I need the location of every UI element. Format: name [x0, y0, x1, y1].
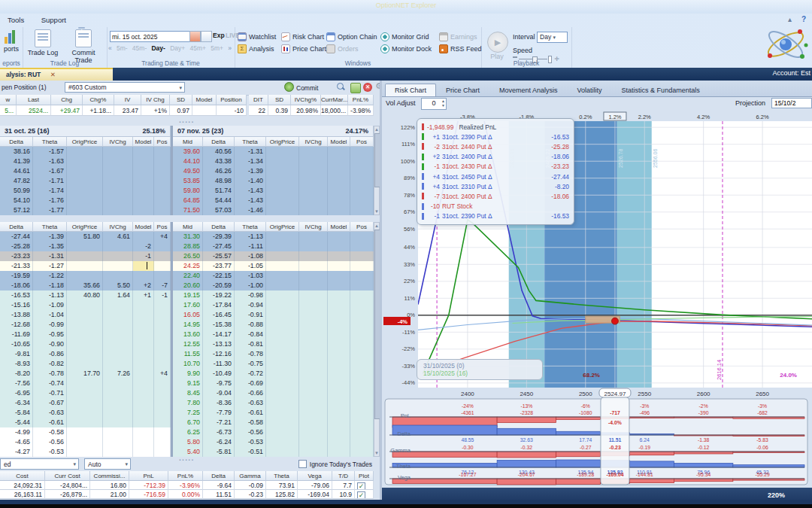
- step-5m-plus[interactable]: 5m+: [211, 44, 223, 52]
- scroll-up-icon[interactable]: ▲: [374, 126, 379, 132]
- totals-header-cost[interactable]: Cost: [0, 471, 45, 481]
- step-back-fast-icon[interactable]: «: [108, 44, 112, 52]
- chain-row[interactable]: -4.27-0.535.40-5.81-0.51: [0, 447, 374, 457]
- strategy-dropdown[interactable]: #603 Custom▾: [65, 82, 185, 93]
- trade-filter-dropdown[interactable]: ed▾: [0, 458, 79, 470]
- window-item-analysis[interactable]: ΣAnalysis: [238, 43, 281, 54]
- export-icon[interactable]: [350, 83, 361, 93]
- col-header-ivchg[interactable]: IVChg: [103, 222, 133, 232]
- col-header-pos[interactable]: Pos: [350, 222, 374, 232]
- chain-row[interactable]: 44.61-1.6749.5046.26-1.39: [0, 166, 374, 176]
- totals-header-curr-cost[interactable]: Curr Cost: [45, 471, 90, 481]
- vol-adjust-spinner[interactable]: 0▲▼: [421, 98, 447, 110]
- trading-date-input[interactable]: [110, 31, 192, 42]
- step-forward-fast-icon[interactable]: »: [228, 44, 232, 52]
- chain-row[interactable]: -5.44-0.616.70-7.21-0.58: [0, 418, 374, 427]
- scroll-up-icon[interactable]: ▲: [374, 223, 379, 229]
- step-day-minus[interactable]: Day-: [151, 44, 165, 52]
- close-tab-icon[interactable]: ✕: [50, 71, 56, 78]
- chain-row[interactable]: -11.69-0.9513.60-14.17-0.84: [0, 330, 374, 339]
- col-header-mid[interactable]: Mid: [173, 222, 203, 232]
- chain-row[interactable]: -21.33-1.2724.25-23.77-1.05: [0, 261, 374, 271]
- tab-price-chart[interactable]: Price Chart: [436, 84, 489, 96]
- menu-tools[interactable]: Tools: [0, 14, 32, 26]
- play-button[interactable]: ▶: [487, 32, 508, 53]
- chain-row[interactable]: 54.10-1.7664.8554.44-1.43: [0, 196, 374, 205]
- col-header-model[interactable]: Model: [133, 137, 154, 147]
- col-header-pos[interactable]: Pos: [154, 137, 171, 147]
- chain-row[interactable]: -9.81-0.8611.55-12.16-0.78: [0, 349, 374, 359]
- chain-row[interactable]: -6.95-0.718.45-9.04-0.66: [0, 388, 374, 398]
- spinner-icons[interactable]: ▲▼: [441, 99, 445, 108]
- close-position-icon[interactable]: ✕: [363, 83, 372, 92]
- expiry-group-07-nov-25-23[interactable]: 07 nov. 25 (23)24.17%: [173, 126, 374, 137]
- window-item-option-chain[interactable]: Option Chain: [326, 31, 380, 42]
- step-day-plus[interactable]: Day+: [170, 44, 185, 52]
- exp-label[interactable]: Exp: [213, 32, 225, 39]
- tab-movement-analysis[interactable]: Movement Analysis: [489, 84, 568, 96]
- col-header-pos[interactable]: Pos: [350, 137, 374, 147]
- chain-row[interactable]: -6.34-0.677.80-8.36-0.63: [0, 398, 374, 408]
- scroll-down-icon[interactable]: ▼: [374, 450, 379, 456]
- chain-row[interactable]: -7.56-0.749.15-9.75-0.69: [0, 379, 374, 388]
- chain-row[interactable]: -5.84-0.637.25-7.79-0.61: [0, 408, 374, 418]
- totals-header-gamma[interactable]: Gamma: [235, 471, 266, 481]
- reports-icon[interactable]: [5, 29, 18, 44]
- commit-button[interactable]: Commit: [284, 82, 318, 93]
- scrollbar-vertical[interactable]: ▲▼: [374, 126, 380, 215]
- col-header-theta[interactable]: Theta: [33, 137, 67, 147]
- col-header-delta[interactable]: Delta: [0, 137, 33, 147]
- tab-volatility[interactable]: Volatility: [568, 84, 612, 96]
- col-header-ivchg[interactable]: IVChg: [299, 137, 328, 147]
- chain-row[interactable]: -27.44-1.3951.804.61+431.30-29.39-1.13: [0, 232, 374, 242]
- interval-dropdown[interactable]: Day ▾: [537, 32, 568, 43]
- col-header-origprice[interactable]: OrigPrice: [266, 137, 299, 147]
- totals-header-delta[interactable]: Delta: [203, 471, 235, 481]
- step-45m-minus[interactable]: 45m-: [132, 44, 147, 52]
- col-header-theta[interactable]: Theta: [235, 137, 266, 147]
- chain-row[interactable]: -4.99-0.586.25-6.73-0.56: [0, 427, 374, 437]
- totals-header-theta[interactable]: Theta: [266, 471, 298, 481]
- col-header-origprice[interactable]: OrigPrice: [266, 222, 299, 232]
- col-header-theta[interactable]: Theta: [235, 222, 266, 232]
- expiry-group-31-oct-25-16[interactable]: 31 oct. 25 (16)25.18%: [0, 126, 171, 137]
- step-45m-plus[interactable]: 45m+: [189, 44, 206, 52]
- menu-support[interactable]: Support: [34, 14, 74, 26]
- auto-dropdown[interactable]: Auto▾: [84, 458, 131, 470]
- chain-row[interactable]: 41.39-1.6344.1043.38-1.34: [0, 157, 374, 166]
- col-header-mid[interactable]: Mid: [173, 137, 203, 147]
- col-header-origprice[interactable]: OrigPrice: [67, 222, 103, 232]
- chain-row[interactable]: -18.06-1.1835.665.50+2-720.60-20.59-1.00: [0, 281, 374, 291]
- chain-row[interactable]: -12.68-0.9914.95-15.38-0.88: [0, 320, 374, 330]
- window-item-price-chart[interactable]: Price Chart: [281, 43, 326, 54]
- chain-row[interactable]: 50.99-1.7459.8051.74-1.43: [0, 186, 374, 196]
- col-header-delta[interactable]: Delta: [203, 222, 235, 232]
- window-item-watchlist[interactable]: Watchlist: [238, 31, 281, 42]
- plot-checkbox[interactable]: ✓: [355, 490, 374, 499]
- calendar-icon[interactable]: [189, 31, 201, 42]
- tab-statistics-fundamentals[interactable]: Statistics & Fundamentals: [612, 84, 710, 96]
- totals-header-plot[interactable]: Plot: [355, 471, 374, 481]
- chain-row[interactable]: -25.28-1.35-228.85-27.45-1.11: [0, 242, 374, 251]
- chain-row[interactable]: 57.12-1.7771.5057.03-1.46: [0, 205, 374, 215]
- col-header-pos[interactable]: Pos: [154, 222, 171, 232]
- ignore-todays-trades-checkbox[interactable]: Ignore Today's Trades: [298, 460, 372, 468]
- col-header-model[interactable]: Model: [133, 222, 154, 232]
- search-icon[interactable]: [337, 83, 344, 90]
- chain-row[interactable]: -15.16-1.0917.60-17.84-0.94: [0, 300, 374, 310]
- totals-header-pnl[interactable]: PnL: [129, 471, 168, 481]
- col-header-model[interactable]: Model: [328, 222, 350, 232]
- scrollbar-vertical[interactable]: ▲▼: [374, 222, 380, 457]
- col-header-ivchg[interactable]: IVChg: [103, 137, 133, 147]
- totals-header-t-d[interactable]: T/D: [332, 471, 355, 481]
- chain-row[interactable]: 38.16-1.5739.6040.56-1.31: [0, 147, 374, 157]
- plot-checkbox[interactable]: ✓: [355, 481, 374, 490]
- chain-row[interactable]: -8.20-0.7817.707.26+49.90-10.49-0.72: [0, 369, 374, 379]
- col-header-theta[interactable]: Theta: [33, 222, 67, 232]
- splitter-handle[interactable]: ▪▪▪▪▪: [0, 120, 374, 125]
- window-item-rss-feed[interactable]: RSS Feed: [439, 43, 483, 54]
- window-item-monitor-grid[interactable]: Monitor Grid: [380, 31, 439, 42]
- col-header-ivchg[interactable]: IVChg: [299, 222, 328, 232]
- chain-row[interactable]: 47.82-1.7153.8548.98-1.40: [0, 176, 374, 186]
- trade-log-button[interactable]: Trade Log: [23, 27, 63, 56]
